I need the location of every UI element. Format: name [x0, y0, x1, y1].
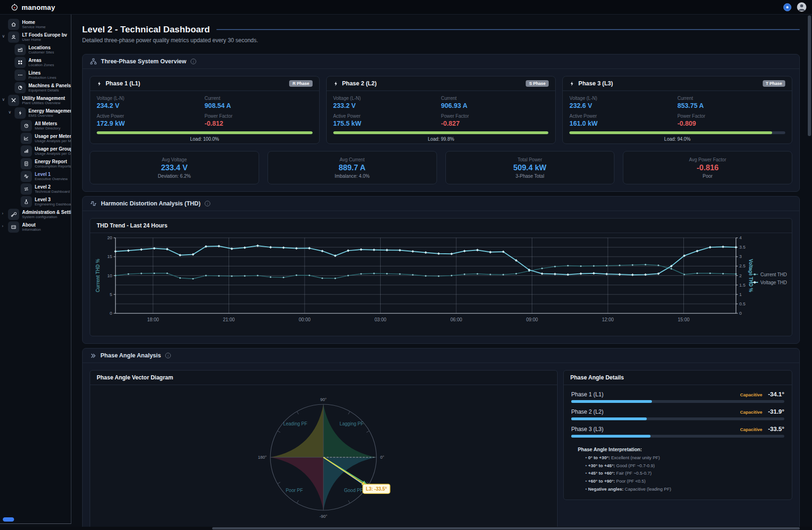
svg-text:03:00: 03:00	[375, 317, 386, 322]
info-icon[interactable]: i	[165, 353, 171, 358]
sidebar-item-sublabel: Executive Overview	[35, 177, 68, 182]
interpretation-range: Negative angles:	[588, 486, 624, 492]
sidebar-item-usage-per-meter[interactable]: Usage per MeterUsage Analysis per Meter	[0, 132, 71, 144]
sidebar-item-energy-management[interactable]: ∨Energy ManagementEMS Overview	[0, 107, 71, 119]
metric-label: Current	[205, 96, 313, 101]
svg-text:3.5: 3.5	[739, 244, 745, 250]
bolt-icon	[333, 81, 338, 87]
sidebar-item-sublabel: EMS Overview	[29, 114, 71, 118]
metric-label: Power Factor	[441, 114, 549, 119]
info-icon[interactable]: i	[205, 201, 210, 206]
angle-bar-fill	[571, 435, 651, 438]
svg-text:09:00: 09:00	[526, 317, 538, 322]
three-phase-overview-panel: Three-Phase System Overview i Phase 1 (L…	[82, 54, 800, 192]
interpretation-desc: Poor (PF <0.5)	[616, 478, 646, 484]
load-bar	[97, 131, 313, 134]
sidebar-item-utility-management[interactable]: ∨Utility ManagementPlant Utilities Overv…	[0, 94, 71, 106]
axis-label-0: 0°	[380, 455, 384, 460]
phase-angle-value: -31.9°	[768, 408, 784, 415]
interpretation-item: +30° to +45°: Good (PF ~0.7-0.9)	[585, 462, 784, 470]
sidebar-item-sublabel: Usage Analysis per Meter	[35, 139, 71, 144]
sidebar-item-label: About	[22, 222, 41, 227]
svg-text:5: 5	[110, 292, 112, 297]
svg-text:Voltage THD: Voltage THD	[760, 280, 787, 285]
sidebar-item-lines[interactable]: LinesProduction Lines	[0, 69, 71, 81]
horizontal-scrollbar-thumb[interactable]	[212, 527, 800, 530]
gauge-icon	[21, 120, 32, 131]
sidebar-item-machines-panels[interactable]: Machines & PanelsEquipment Details	[0, 82, 71, 94]
tools-icon	[8, 95, 19, 106]
bolt-icon	[569, 81, 575, 87]
capacitive-tag: Capacitive	[740, 392, 763, 397]
svg-text:0: 0	[739, 310, 742, 316]
sidebar-item-level-2[interactable]: Level 2Technical Dashboard	[0, 183, 71, 195]
info-icon[interactable]: i	[191, 59, 196, 64]
summary-label: Avg Current	[340, 157, 365, 162]
phase-angle-vector-diagram: Leading PFLagging PFPoor PFGood PF90°180…	[90, 385, 557, 530]
sidebar-item-label: Energy Management	[29, 108, 71, 114]
bolt-icon	[15, 107, 26, 119]
interpretation-desc: Capacitive (leading PF)	[625, 486, 671, 492]
double-chevron-icon	[90, 353, 96, 359]
metric-value: 161.0 kW	[569, 120, 677, 127]
svg-text:20: 20	[107, 235, 112, 240]
sidebar-item-level-3[interactable]: Level 3Engineering Dashboard	[0, 196, 71, 208]
chartline-icon	[21, 133, 32, 144]
status-indicator-button[interactable]	[783, 3, 791, 11]
sidebar-item-areas[interactable]: AreasLocation Zones	[0, 56, 71, 68]
sidebar-item-energy-report[interactable]: Energy ReportConsumption Reports	[0, 158, 71, 170]
interpretation-desc: Good (PF ~0.7-0.9)	[616, 463, 655, 468]
svg-text:06:00: 06:00	[450, 317, 462, 322]
horizontal-scrollbar-track	[0, 527, 812, 530]
dots-icon	[15, 69, 26, 81]
sidebar-item-label: Home	[22, 20, 46, 25]
sidebar-item-lt-foods-europe-bv[interactable]: ∨LT Foods Europe bvUser Home	[0, 31, 71, 43]
svg-text:Current THD %: Current THD %	[95, 259, 100, 292]
interpretation-range: +30° to +45°:	[588, 463, 615, 468]
top-bar: manomay	[0, 0, 812, 15]
wrench-icon	[8, 209, 19, 220]
legend-item-voltage-thd[interactable]: Voltage THD	[751, 280, 787, 285]
sidebar-item-sublabel: Customer Sites	[29, 51, 54, 55]
sidebar-item-administration-settings[interactable]: ›Administration & SettingsSystem configu…	[0, 208, 71, 220]
load-bar-fill	[97, 131, 313, 134]
sidebar-item-sublabel: Technical Dashboard	[35, 190, 70, 194]
sidebar-item-about[interactable]: ›AboutInformation	[0, 221, 71, 233]
metric-label: Current	[441, 96, 549, 101]
sidebar-hscroll-thumb[interactable]	[3, 517, 14, 522]
summary-value: -0.816	[697, 163, 719, 172]
phase-angle-value: -34.1°	[768, 391, 784, 398]
summary-card-avg-current: Avg Current889.7 AImbalance: 4.0%	[268, 151, 437, 184]
summary-label: Total Power	[518, 157, 542, 162]
sidebar-item-locations[interactable]: LocationsCustomer Sites	[0, 44, 71, 56]
metric-label: Power Factor	[677, 114, 785, 119]
sidebar-item-usage-per-group[interactable]: Usage per GroupUsage Analysis per Group	[0, 145, 71, 157]
metric-label: Voltage (L-N)	[97, 96, 205, 101]
vector-tooltip: L3: -33.5°	[363, 484, 390, 493]
interpretation-item: +45° to +60°: Fair (PF ~0.5-0.7)	[585, 469, 784, 477]
user-avatar[interactable]	[797, 2, 806, 12]
sidebar-item-level-1[interactable]: Level 1Executive Overview	[0, 170, 71, 182]
summary-label: Avg Power Factor	[689, 157, 726, 162]
interpretation-range: 0° to +30°:	[588, 455, 610, 460]
sidebar-item-label: Level 2	[35, 184, 70, 189]
metric-value: 232.6 V	[569, 102, 677, 109]
sidebar-item-sublabel: Usage Analysis per Group	[35, 152, 71, 156]
quadrant-label-leading-pf: Leading PF	[283, 421, 307, 426]
home-icon	[8, 19, 19, 30]
sidebar-item-home[interactable]: HomeService Home	[0, 18, 71, 30]
grid-icon	[15, 57, 26, 68]
svg-text:1: 1	[739, 292, 742, 297]
metric-value: -0.812	[205, 120, 313, 127]
sidebar-item-label: Locations	[29, 45, 54, 50]
user-icon	[8, 31, 19, 43]
summary-sublabel: Imbalance: 4.0%	[335, 174, 370, 179]
legend-item-current-thd[interactable]: Current THD	[751, 272, 787, 277]
section-title-phase-angle: Phase Angle Analysis	[100, 352, 161, 359]
summary-card-avg-power-factor: Avg Power Factor-0.816Poor	[623, 151, 792, 184]
vertical-scrollbar-thumb[interactable]	[808, 15, 811, 136]
sidebar-item-sublabel: Equipment Details	[29, 89, 71, 93]
sidebar-item-all-meters[interactable]: All MetersMeter Directory	[0, 120, 71, 132]
sidebar-item-label: Utility Management	[22, 96, 65, 101]
metric-label: Current	[677, 96, 785, 101]
